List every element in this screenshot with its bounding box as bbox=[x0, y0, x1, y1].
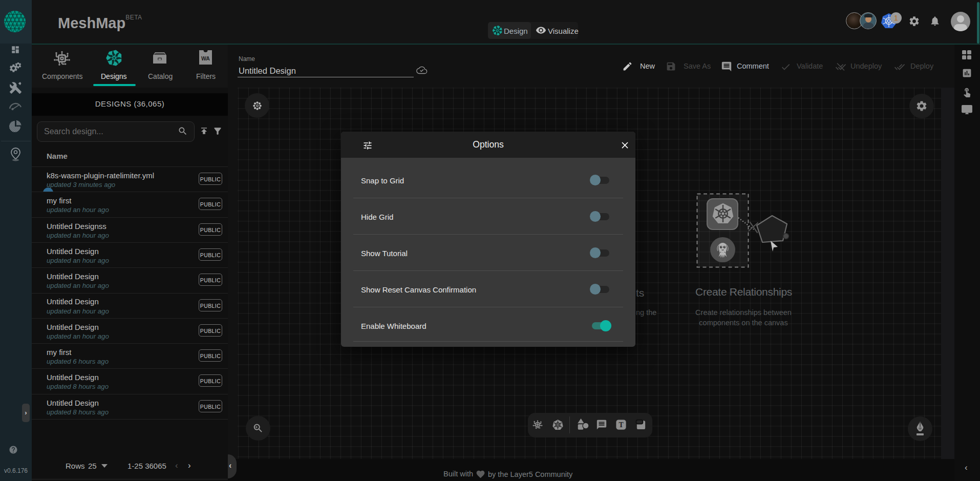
svg-text:T: T bbox=[619, 421, 623, 429]
svg-text:WA: WA bbox=[201, 55, 210, 61]
